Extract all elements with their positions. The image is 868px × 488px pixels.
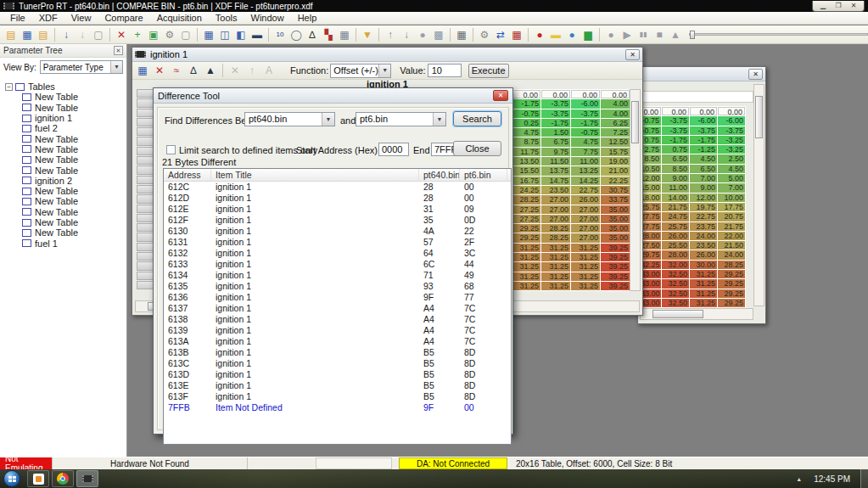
table-cell[interactable]: 8.50	[662, 165, 689, 173]
table-cell[interactable]: 35.00	[601, 233, 630, 242]
monitor-icon[interactable]: ▬	[249, 27, 265, 42]
tree-view-icon[interactable]: ▚	[321, 27, 336, 42]
taskbar-chrome-button[interactable]	[52, 470, 74, 487]
value-input[interactable]: 10	[428, 64, 462, 77]
table-cell[interactable]: -3.75	[571, 109, 600, 118]
background-window-close-icon[interactable]: ✕	[748, 69, 763, 80]
table-cell[interactable]: -3.75	[541, 109, 570, 118]
record-icon[interactable]: ●	[532, 27, 547, 42]
execute-button[interactable]: Execute	[468, 64, 509, 78]
table-cell[interactable]: 24.25	[512, 186, 540, 194]
table-cell[interactable]: -6.00	[571, 99, 600, 108]
close-dialog-button[interactable]: Close	[453, 141, 501, 156]
tree-item-new-table[interactable]: New Table	[22, 103, 126, 113]
diff-row[interactable]: 6133ignition 16C44	[164, 259, 511, 270]
table-cell[interactable]: -1.75	[512, 99, 540, 108]
table-cell[interactable]: 27.00	[571, 215, 600, 223]
table-cell[interactable]: -3.75	[690, 126, 717, 135]
table-cell[interactable]: 31.25	[571, 282, 600, 290]
diff-column-pt6-bin[interactable]: pt6.bin	[460, 169, 507, 181]
wrench-icon[interactable]: ⚙	[162, 27, 177, 42]
x-axis-icon[interactable]: ✕	[227, 63, 243, 78]
table-cell[interactable]: 1.50	[541, 128, 570, 137]
add-item-icon[interactable]: +	[130, 27, 145, 42]
start-button[interactable]	[3, 470, 20, 487]
table-cell[interactable]: 33.00	[641, 270, 661, 278]
table-cell[interactable]: 32.50	[662, 299, 689, 307]
table-cell[interactable]: -0.75	[512, 109, 540, 118]
view-item-icon[interactable]: ▣	[146, 27, 161, 42]
table-cell[interactable]: -3.75	[718, 126, 745, 135]
filter-icon[interactable]: ▼	[360, 27, 375, 42]
table-cell[interactable]: 31.25	[571, 262, 600, 271]
table-cell[interactable]: 29.25	[512, 224, 540, 233]
delete-icon[interactable]: ✕	[114, 27, 129, 42]
diff-row[interactable]: 613Fignition 1B58D	[164, 391, 511, 402]
tree-item-new-table[interactable]: New Table	[22, 154, 126, 165]
table-cell[interactable]: 11.75	[512, 148, 540, 156]
table-cell[interactable]: 28.25	[718, 261, 745, 269]
table-cell[interactable]: 21.50	[718, 241, 745, 250]
da-pause-icon[interactable]: ▮▮	[636, 27, 651, 42]
table-cell[interactable]: 28.00	[641, 232, 661, 240]
blank-page-icon[interactable]: ▢	[178, 27, 193, 42]
ignition1-titlebar[interactable]: ignition 1 ✕	[132, 48, 642, 62]
table-cell[interactable]: 4.75	[512, 128, 540, 137]
tree-item-new-table[interactable]: New Table	[22, 144, 126, 154]
table-cell[interactable]: 0.25	[512, 119, 540, 127]
table-cell[interactable]: 19.00	[601, 157, 630, 165]
table-cell[interactable]: 22.75	[571, 186, 600, 194]
table-cell[interactable]: 15.50	[512, 166, 540, 175]
table-cell[interactable]: 13.75	[541, 166, 570, 175]
emulator-icon[interactable]: ▦	[454, 27, 469, 42]
table-cell[interactable]: 31.25	[690, 279, 717, 288]
table-cell[interactable]: 35.00	[601, 224, 630, 233]
table-cell[interactable]: 6.50	[690, 165, 717, 173]
da-eject-icon[interactable]: ▲	[668, 27, 683, 42]
table-cell[interactable]: 27.50	[641, 241, 661, 250]
menu-acquisition[interactable]: Acquisition	[150, 13, 209, 23]
restore-button[interactable]: ❐	[832, 2, 845, 10]
file1-dropdown[interactable]: pt640.bin ▼	[244, 112, 335, 126]
table-cell[interactable]: -0.75	[641, 126, 661, 135]
diff-row[interactable]: 613Eignition 1B58D	[164, 380, 511, 391]
table-cell[interactable]: 29.25	[718, 279, 745, 288]
sphere-icon[interactable]: ●	[415, 27, 430, 42]
table-cell[interactable]: -0.75	[641, 116, 661, 125]
table-cell[interactable]: 23.50	[541, 186, 570, 194]
table-cell[interactable]: 17.75	[718, 203, 745, 211]
open-file-icon[interactable]: ▤	[3, 27, 19, 42]
table-cell[interactable]: 5.00	[718, 174, 745, 182]
table-cell[interactable]: 31.25	[690, 299, 717, 307]
table-cell[interactable]: 4.00	[601, 109, 630, 118]
table-cell[interactable]: 27.00	[541, 195, 570, 204]
table-cell[interactable]: 33.00	[641, 289, 661, 298]
table-cell[interactable]: -0.75	[571, 128, 600, 137]
diff-row[interactable]: 6132ignition 1643C	[164, 248, 511, 259]
datalog-icon[interactable]: ▦	[509, 27, 524, 42]
table-cell[interactable]: 13.50	[512, 157, 540, 165]
table-cell[interactable]: 33.00	[641, 279, 661, 288]
table-cell[interactable]: 32.00	[662, 261, 689, 269]
table-cell[interactable]: 11.00	[571, 157, 600, 165]
table-cell[interactable]: 31.25	[690, 270, 717, 278]
move-down-icon[interactable]: ↓	[399, 27, 414, 42]
gears-icon[interactable]: ⚙	[477, 27, 492, 42]
close-table-icon[interactable]: ✕	[152, 63, 167, 78]
tree-item-new-table[interactable]: New Table	[22, 92, 126, 102]
diff-row[interactable]: 612Fignition 1350D	[164, 215, 511, 226]
background-horizontal-scrollbar[interactable]	[640, 308, 753, 320]
table-cell[interactable]: 9.75	[541, 148, 570, 156]
diff-row[interactable]: 6134ignition 17149	[164, 270, 511, 281]
close-button[interactable]: ✕	[847, 2, 860, 10]
da-record-icon[interactable]: ●	[603, 27, 619, 42]
ignition1-vertical-scrollbar[interactable]	[630, 89, 641, 291]
tree-item-ignition-1[interactable]: ignition 1	[22, 113, 126, 123]
table-cell[interactable]: 8.75	[512, 137, 540, 146]
tree-item-new-table[interactable]: New Table	[22, 196, 126, 206]
table-cell[interactable]: 29.25	[512, 233, 540, 242]
tree-item-new-table[interactable]: New Table	[22, 165, 126, 175]
table-cell[interactable]: -1.75	[541, 119, 570, 127]
table-cell[interactable]: 6.25	[601, 119, 630, 127]
menu-help[interactable]: Help	[291, 13, 324, 23]
